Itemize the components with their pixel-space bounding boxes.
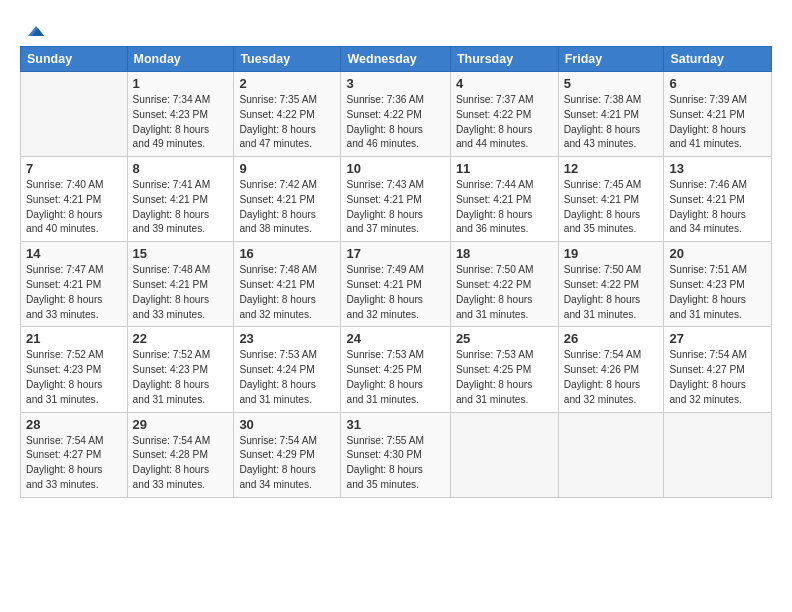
day-number: 31 — [346, 417, 444, 432]
day-of-week-header: Friday — [558, 47, 664, 72]
day-number: 26 — [564, 331, 659, 346]
day-of-week-header: Sunday — [21, 47, 128, 72]
calendar-cell: 23Sunrise: 7:53 AMSunset: 4:24 PMDayligh… — [234, 327, 341, 412]
day-detail: Sunrise: 7:54 AMSunset: 4:29 PMDaylight:… — [239, 434, 335, 493]
day-number: 5 — [564, 76, 659, 91]
calendar-cell: 10Sunrise: 7:43 AMSunset: 4:21 PMDayligh… — [341, 157, 450, 242]
day-number: 8 — [133, 161, 229, 176]
day-detail: Sunrise: 7:48 AMSunset: 4:21 PMDaylight:… — [239, 263, 335, 322]
calendar-cell: 22Sunrise: 7:52 AMSunset: 4:23 PMDayligh… — [127, 327, 234, 412]
calendar-cell — [450, 412, 558, 497]
calendar-cell: 13Sunrise: 7:46 AMSunset: 4:21 PMDayligh… — [664, 157, 772, 242]
calendar-cell: 5Sunrise: 7:38 AMSunset: 4:21 PMDaylight… — [558, 72, 664, 157]
calendar-cell: 11Sunrise: 7:44 AMSunset: 4:21 PMDayligh… — [450, 157, 558, 242]
day-of-week-header: Monday — [127, 47, 234, 72]
calendar-cell: 1Sunrise: 7:34 AMSunset: 4:23 PMDaylight… — [127, 72, 234, 157]
calendar-cell: 12Sunrise: 7:45 AMSunset: 4:21 PMDayligh… — [558, 157, 664, 242]
calendar-cell: 27Sunrise: 7:54 AMSunset: 4:27 PMDayligh… — [664, 327, 772, 412]
day-detail: Sunrise: 7:34 AMSunset: 4:23 PMDaylight:… — [133, 93, 229, 152]
day-detail: Sunrise: 7:44 AMSunset: 4:21 PMDaylight:… — [456, 178, 553, 237]
day-detail: Sunrise: 7:43 AMSunset: 4:21 PMDaylight:… — [346, 178, 444, 237]
day-number: 1 — [133, 76, 229, 91]
day-number: 6 — [669, 76, 766, 91]
day-number: 18 — [456, 246, 553, 261]
day-number: 24 — [346, 331, 444, 346]
calendar-cell: 16Sunrise: 7:48 AMSunset: 4:21 PMDayligh… — [234, 242, 341, 327]
day-detail: Sunrise: 7:53 AMSunset: 4:25 PMDaylight:… — [346, 348, 444, 407]
header-area — [20, 18, 772, 38]
day-number: 7 — [26, 161, 122, 176]
day-number: 23 — [239, 331, 335, 346]
calendar-cell: 19Sunrise: 7:50 AMSunset: 4:22 PMDayligh… — [558, 242, 664, 327]
calendar-cell: 24Sunrise: 7:53 AMSunset: 4:25 PMDayligh… — [341, 327, 450, 412]
day-number: 20 — [669, 246, 766, 261]
day-of-week-header: Tuesday — [234, 47, 341, 72]
calendar-cell: 31Sunrise: 7:55 AMSunset: 4:30 PMDayligh… — [341, 412, 450, 497]
day-detail: Sunrise: 7:45 AMSunset: 4:21 PMDaylight:… — [564, 178, 659, 237]
day-of-week-header: Wednesday — [341, 47, 450, 72]
calendar-cell: 14Sunrise: 7:47 AMSunset: 4:21 PMDayligh… — [21, 242, 128, 327]
day-number: 27 — [669, 331, 766, 346]
day-number: 4 — [456, 76, 553, 91]
day-detail: Sunrise: 7:52 AMSunset: 4:23 PMDaylight:… — [133, 348, 229, 407]
days-header-row: SundayMondayTuesdayWednesdayThursdayFrid… — [21, 47, 772, 72]
calendar-cell — [21, 72, 128, 157]
day-number: 25 — [456, 331, 553, 346]
day-detail: Sunrise: 7:54 AMSunset: 4:27 PMDaylight:… — [669, 348, 766, 407]
day-number: 9 — [239, 161, 335, 176]
day-number: 10 — [346, 161, 444, 176]
calendar-cell — [558, 412, 664, 497]
day-number: 12 — [564, 161, 659, 176]
calendar-body: 1Sunrise: 7:34 AMSunset: 4:23 PMDaylight… — [21, 72, 772, 498]
page: SundayMondayTuesdayWednesdayThursdayFrid… — [0, 0, 792, 612]
calendar-cell: 28Sunrise: 7:54 AMSunset: 4:27 PMDayligh… — [21, 412, 128, 497]
calendar-cell: 15Sunrise: 7:48 AMSunset: 4:21 PMDayligh… — [127, 242, 234, 327]
day-number: 11 — [456, 161, 553, 176]
logo — [20, 22, 44, 38]
day-detail: Sunrise: 7:40 AMSunset: 4:21 PMDaylight:… — [26, 178, 122, 237]
calendar-cell: 21Sunrise: 7:52 AMSunset: 4:23 PMDayligh… — [21, 327, 128, 412]
day-number: 22 — [133, 331, 229, 346]
calendar-cell: 18Sunrise: 7:50 AMSunset: 4:22 PMDayligh… — [450, 242, 558, 327]
calendar-cell: 6Sunrise: 7:39 AMSunset: 4:21 PMDaylight… — [664, 72, 772, 157]
day-detail: Sunrise: 7:50 AMSunset: 4:22 PMDaylight:… — [456, 263, 553, 322]
day-number: 2 — [239, 76, 335, 91]
day-detail: Sunrise: 7:47 AMSunset: 4:21 PMDaylight:… — [26, 263, 122, 322]
day-detail: Sunrise: 7:46 AMSunset: 4:21 PMDaylight:… — [669, 178, 766, 237]
calendar-week-row: 14Sunrise: 7:47 AMSunset: 4:21 PMDayligh… — [21, 242, 772, 327]
day-detail: Sunrise: 7:36 AMSunset: 4:22 PMDaylight:… — [346, 93, 444, 152]
calendar-cell — [664, 412, 772, 497]
calendar-cell: 8Sunrise: 7:41 AMSunset: 4:21 PMDaylight… — [127, 157, 234, 242]
calendar-week-row: 21Sunrise: 7:52 AMSunset: 4:23 PMDayligh… — [21, 327, 772, 412]
day-number: 3 — [346, 76, 444, 91]
day-detail: Sunrise: 7:54 AMSunset: 4:26 PMDaylight:… — [564, 348, 659, 407]
day-detail: Sunrise: 7:54 AMSunset: 4:27 PMDaylight:… — [26, 434, 122, 493]
calendar-cell: 17Sunrise: 7:49 AMSunset: 4:21 PMDayligh… — [341, 242, 450, 327]
calendar-week-row: 7Sunrise: 7:40 AMSunset: 4:21 PMDaylight… — [21, 157, 772, 242]
calendar-cell: 3Sunrise: 7:36 AMSunset: 4:22 PMDaylight… — [341, 72, 450, 157]
day-number: 13 — [669, 161, 766, 176]
calendar-cell: 4Sunrise: 7:37 AMSunset: 4:22 PMDaylight… — [450, 72, 558, 157]
calendar-week-row: 1Sunrise: 7:34 AMSunset: 4:23 PMDaylight… — [21, 72, 772, 157]
day-detail: Sunrise: 7:42 AMSunset: 4:21 PMDaylight:… — [239, 178, 335, 237]
day-detail: Sunrise: 7:54 AMSunset: 4:28 PMDaylight:… — [133, 434, 229, 493]
day-detail: Sunrise: 7:38 AMSunset: 4:21 PMDaylight:… — [564, 93, 659, 152]
day-detail: Sunrise: 7:51 AMSunset: 4:23 PMDaylight:… — [669, 263, 766, 322]
calendar-cell: 9Sunrise: 7:42 AMSunset: 4:21 PMDaylight… — [234, 157, 341, 242]
day-number: 15 — [133, 246, 229, 261]
logo-icon — [22, 22, 44, 40]
day-detail: Sunrise: 7:52 AMSunset: 4:23 PMDaylight:… — [26, 348, 122, 407]
day-detail: Sunrise: 7:50 AMSunset: 4:22 PMDaylight:… — [564, 263, 659, 322]
calendar-week-row: 28Sunrise: 7:54 AMSunset: 4:27 PMDayligh… — [21, 412, 772, 497]
day-number: 16 — [239, 246, 335, 261]
day-detail: Sunrise: 7:53 AMSunset: 4:25 PMDaylight:… — [456, 348, 553, 407]
calendar-cell: 7Sunrise: 7:40 AMSunset: 4:21 PMDaylight… — [21, 157, 128, 242]
day-detail: Sunrise: 7:39 AMSunset: 4:21 PMDaylight:… — [669, 93, 766, 152]
day-number: 14 — [26, 246, 122, 261]
calendar-cell: 30Sunrise: 7:54 AMSunset: 4:29 PMDayligh… — [234, 412, 341, 497]
day-detail: Sunrise: 7:49 AMSunset: 4:21 PMDaylight:… — [346, 263, 444, 322]
calendar-cell: 2Sunrise: 7:35 AMSunset: 4:22 PMDaylight… — [234, 72, 341, 157]
day-number: 30 — [239, 417, 335, 432]
day-number: 17 — [346, 246, 444, 261]
day-detail: Sunrise: 7:35 AMSunset: 4:22 PMDaylight:… — [239, 93, 335, 152]
